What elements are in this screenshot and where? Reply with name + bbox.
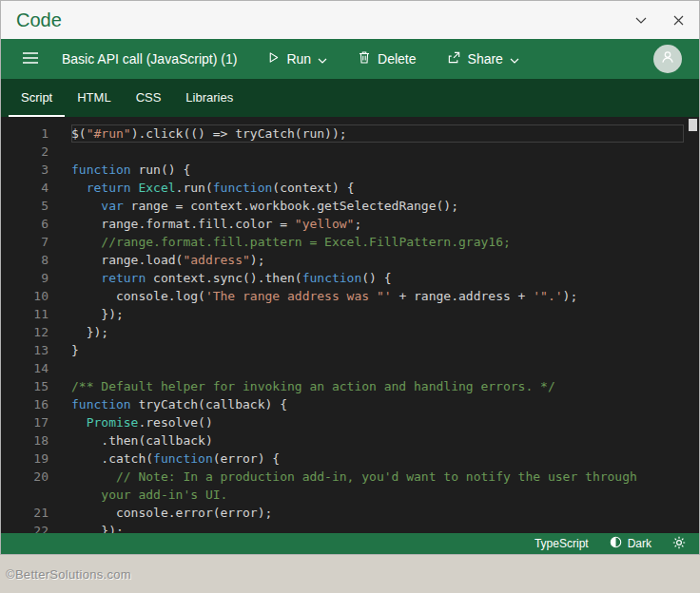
line-content: range.format.fill.color = "yellow"; xyxy=(71,215,684,233)
chevron-down-icon xyxy=(318,51,327,67)
line-content: console.error(error); xyxy=(71,504,684,522)
code-line[interactable]: 22 }); xyxy=(1,522,699,533)
line-number: 13 xyxy=(1,341,49,359)
tab-html[interactable]: HTML xyxy=(65,79,123,117)
line-number: 15 xyxy=(1,377,49,395)
run-button[interactable]: Run xyxy=(267,51,327,67)
line-content: }); xyxy=(71,522,684,533)
code-line[interactable]: 6 range.format.fill.color = "yellow"; xyxy=(1,215,699,233)
code-line[interactable]: 17 Promise.resolve() xyxy=(1,413,699,431)
line-number: 3 xyxy=(1,161,49,179)
tab-libraries[interactable]: Libraries xyxy=(173,79,245,117)
code-line[interactable]: 3function run() { xyxy=(1,161,699,179)
account-avatar[interactable] xyxy=(653,45,682,73)
line-number: 8 xyxy=(1,251,49,269)
close-pane-icon[interactable] xyxy=(673,15,684,26)
pane-title: Code xyxy=(16,10,62,31)
line-content: } xyxy=(71,341,684,359)
code-line[interactable]: 12 }); xyxy=(1,323,699,341)
line-content xyxy=(71,359,684,377)
tab-script[interactable]: Script xyxy=(9,79,65,117)
trash-icon xyxy=(358,50,371,67)
code-editor[interactable]: 1$("#run").click(() => tryCatch(run));23… xyxy=(1,117,699,533)
gear-icon xyxy=(672,536,686,552)
code-pane-window: Code Basic API call (JavaScript) (1) xyxy=(0,0,700,555)
code-line[interactable]: 1$("#run").click(() => tryCatch(run)); xyxy=(1,124,699,143)
line-number: 22 xyxy=(1,522,49,533)
line-number: 17 xyxy=(1,413,49,431)
line-content: $("#run").click(() => tryCatch(run)); xyxy=(71,124,684,143)
line-content: return context.sync().then(function() { xyxy=(71,269,684,287)
line-number: 14 xyxy=(1,359,49,377)
line-number: 20 xyxy=(1,468,49,486)
line-content: var range = context.workbook.getSelected… xyxy=(71,197,684,215)
line-content: return Excel.run(function(context) { xyxy=(71,179,684,197)
delete-label: Delete xyxy=(378,51,416,67)
pane-titlebar: Code xyxy=(1,1,699,39)
theme-icon xyxy=(610,536,622,551)
tab-css[interactable]: CSS xyxy=(124,79,174,117)
language-label: TypeScript xyxy=(535,537,589,550)
line-content: function tryCatch(callback) { xyxy=(71,395,684,413)
code-line[interactable]: 13} xyxy=(1,341,699,359)
code-line[interactable]: 7 //range.format.fill.pattern = Excel.Fi… xyxy=(1,233,699,251)
code-line[interactable]: 19 .catch(function(error) { xyxy=(1,450,699,468)
share-icon xyxy=(447,50,461,67)
page: Code Basic API call (JavaScript) (1) xyxy=(0,0,700,593)
theme-label: Dark xyxy=(628,537,651,550)
menu-button[interactable] xyxy=(12,46,49,73)
language-indicator[interactable]: TypeScript xyxy=(535,537,589,550)
overview-ruler-marker xyxy=(689,119,697,131)
line-number: 9 xyxy=(1,269,49,287)
line-number: 6 xyxy=(1,215,49,233)
watermark: ©BetterSolutions.com xyxy=(6,567,131,582)
line-number: 5 xyxy=(1,197,49,215)
line-number: 16 xyxy=(1,395,49,413)
code-line[interactable]: 4 return Excel.run(function(context) { xyxy=(1,179,699,197)
line-content: .catch(function(error) { xyxy=(71,450,684,468)
line-content: }); xyxy=(71,305,684,323)
line-content: range.load("address"); xyxy=(71,251,684,269)
theme-toggle[interactable]: Dark xyxy=(610,536,651,551)
hamburger-icon xyxy=(22,51,39,67)
code-line[interactable]: 5 var range = context.workbook.getSelect… xyxy=(1,197,699,215)
code-line[interactable]: 15/** Default helper for invoking an act… xyxy=(1,377,699,395)
line-content: .then(callback) xyxy=(71,431,684,450)
code-line[interactable]: 8 range.load("address"); xyxy=(1,251,699,269)
line-number: 21 xyxy=(1,504,49,522)
code-line[interactable]: 18 .then(callback) xyxy=(1,431,699,450)
line-number: 12 xyxy=(1,323,49,341)
collapse-pane-icon[interactable] xyxy=(635,17,647,24)
line-number: 19 xyxy=(1,450,49,468)
line-number: 1 xyxy=(1,124,49,143)
line-number: 11 xyxy=(1,305,49,323)
line-content: // Note: In a production add-in, you'd w… xyxy=(71,468,684,504)
line-number: 4 xyxy=(1,179,49,197)
line-content: function run() { xyxy=(71,161,684,179)
code-line[interactable]: 9 return context.sync().then(function() … xyxy=(1,269,699,287)
settings-button[interactable] xyxy=(672,536,686,552)
code-line[interactable]: 21 console.error(error); xyxy=(1,504,699,522)
code-line[interactable]: 11 }); xyxy=(1,305,699,323)
person-icon xyxy=(660,49,675,68)
share-button[interactable]: Share xyxy=(447,50,519,67)
share-label: Share xyxy=(468,51,503,67)
code-line[interactable]: 10 console.log('The range address was "'… xyxy=(1,287,699,305)
code-line[interactable]: 14 xyxy=(1,359,699,377)
line-content: /** Default helper for invoking an actio… xyxy=(71,377,684,395)
code-line[interactable]: 2 xyxy=(1,143,699,161)
chevron-down-icon xyxy=(510,51,519,67)
code-line[interactable]: 16function tryCatch(callback) { xyxy=(1,395,699,413)
page-footer: ©BetterSolutions.com xyxy=(0,555,700,593)
line-number: 10 xyxy=(1,287,49,305)
line-content: console.log('The range address was "' + … xyxy=(71,287,684,305)
line-number: 18 xyxy=(1,431,49,450)
delete-button[interactable]: Delete xyxy=(358,50,416,67)
status-bar: TypeScript Dark xyxy=(1,533,699,554)
play-icon xyxy=(267,51,280,67)
titlebar-actions xyxy=(635,15,684,26)
command-bar: Basic API call (JavaScript) (1) Run Dele… xyxy=(1,39,699,79)
line-content: Promise.resolve() xyxy=(71,413,684,431)
line-content: }); xyxy=(71,323,684,341)
code-line[interactable]: 20 // Note: In a production add-in, you'… xyxy=(1,468,699,504)
